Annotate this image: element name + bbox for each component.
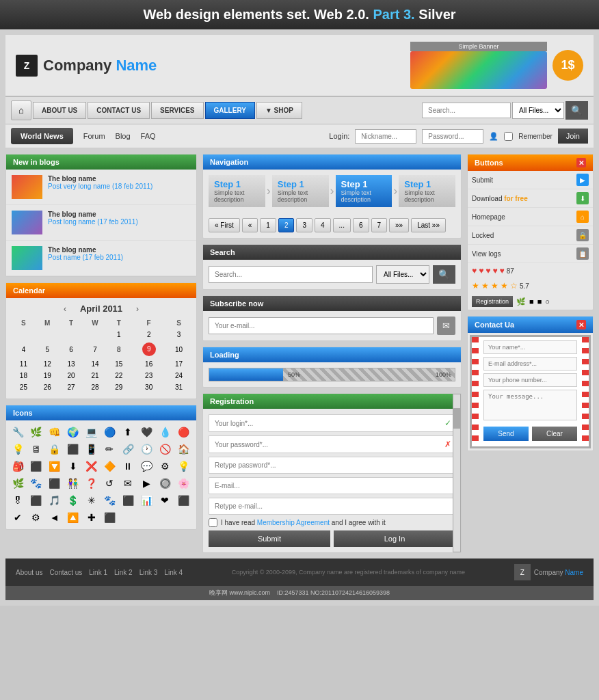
locked-btn-icon[interactable]: 🔒 [576,229,589,241]
search-files-select[interactable]: All Files... [376,265,429,284]
login-field[interactable] [209,416,441,431]
search-go-button[interactable]: 🔍 [433,265,455,284]
icon-plant[interactable]: 🌿 [10,476,25,491]
cal-cell[interactable]: 22 [107,370,131,381]
scrollbar-thumb[interactable] [453,408,460,429]
cal-cell[interactable]: 26 [36,381,59,393]
vertical-scrollbar[interactable] [453,394,461,552]
page-7-button[interactable]: 7 [371,218,388,232]
star-4[interactable]: ★ [501,281,508,291]
star-1[interactable]: ★ [472,281,479,291]
blog-link-1[interactable]: Post very long name (18 feb 2011) [48,183,152,190]
star-2[interactable]: ★ [481,281,489,291]
send-button[interactable]: Send [483,427,529,441]
cal-cell[interactable] [83,329,107,340]
blog-link-3[interactable]: Post name (17 feb 2011) [48,254,123,261]
blog-link-2[interactable]: Post long name (17 feb 2011) [48,218,138,226]
footer-link-4[interactable]: Link 4 [164,569,183,576]
icon-no[interactable]: 🚫 [157,442,172,457]
icon-refresh[interactable]: ↺ [102,476,117,491]
page-first-button[interactable]: « First [209,218,240,232]
forum-link[interactable]: Forum [83,132,105,140]
icon-radio[interactable]: 🔘 [157,476,172,491]
cal-cell[interactable] [36,329,59,340]
icon-phone[interactable]: 📱 [84,442,99,457]
nav-files-select[interactable]: All Files... [512,102,564,119]
contact-email-input[interactable] [483,357,577,371]
page-3-button[interactable]: 3 [296,218,312,232]
icon-laptop[interactable]: 💻 [84,425,99,440]
icon-flower[interactable]: 🌸 [176,476,191,491]
homepage-btn-icon[interactable]: ⌂ [576,211,589,223]
icon-gear[interactable]: ⚙ [157,459,172,474]
cal-cell[interactable]: 27 [59,381,83,393]
cal-cell[interactable]: 12 [36,358,59,370]
world-news-button[interactable]: World News [11,128,73,144]
cal-cell[interactable]: 17 [167,358,191,370]
step-1[interactable]: Step 1 Simple text description [209,175,265,207]
icon-black-sq[interactable]: ⬛ [29,459,44,474]
icon-light[interactable]: 💡 [176,459,191,474]
icon-back[interactable]: ◄ [47,510,62,525]
cal-cell[interactable]: 14 [83,358,107,370]
heart-1[interactable]: ♥ [472,266,477,275]
icon-paw2[interactable]: 🐾 [102,493,117,508]
page-prev-button[interactable]: « [242,218,258,232]
cal-cell[interactable]: 5 [36,340,59,358]
footer-link-2[interactable]: Link 2 [114,569,133,576]
icon-red-dot[interactable]: 🔴 [176,425,191,440]
icon-sq6[interactable]: ⬛ [102,510,117,525]
subscribe-button[interactable]: ✉ [437,317,455,335]
contact-name-input[interactable] [483,340,577,354]
nav-services-button[interactable]: SERVICES [151,102,203,119]
cal-next-arrow[interactable]: › [136,304,139,314]
registration-small-button[interactable]: Registration [472,296,513,307]
icon-pencil[interactable]: ✏ [102,442,117,457]
cal-cell[interactable]: 30 [131,381,167,393]
cal-cell[interactable]: 28 [83,381,107,393]
email-field[interactable] [209,478,455,494]
footer-about-link[interactable]: About us [16,569,42,576]
membership-link[interactable]: Membership Agreement [257,519,330,526]
footer-contact-link[interactable]: Contact us [49,569,82,576]
contact-close-button[interactable]: ✕ [576,320,586,329]
icon-link[interactable]: 🔗 [120,442,135,457]
search-input[interactable] [209,266,373,283]
star-5-half[interactable]: ☆ [510,281,518,291]
icon-diamond[interactable]: 🔶 [102,459,117,474]
cal-cell[interactable]: 18 [12,370,36,381]
cal-cell[interactable]: 23 [131,370,167,381]
cal-cell[interactable]: 29 [107,381,131,393]
cal-cell[interactable]: 13 [59,358,83,370]
agreement-checkbox[interactable] [209,518,217,527]
nav-home-button[interactable]: ⌂ [11,100,31,120]
download-btn-icon[interactable]: ⬇ [576,192,589,204]
icon-sq5[interactable]: ⬛ [176,493,191,508]
page-1-button[interactable]: 1 [260,218,276,232]
icon-plus[interactable]: ✚ [84,510,99,525]
icon-drop[interactable]: 💧 [157,425,172,440]
nav-gallery-button[interactable]: GALLERY [205,102,255,119]
clear-button[interactable]: Clear [532,427,577,441]
heart-2[interactable]: ♥ [479,266,483,275]
icon-down-tri[interactable]: 🔽 [47,459,62,474]
remember-checkbox[interactable] [504,132,513,141]
step-4[interactable]: Step 1 Simple text description [399,175,455,207]
cal-cell[interactable]: 21 [83,370,107,381]
submit-btn-icon[interactable]: ▶ [576,174,589,186]
icon-bulb[interactable]: 💡 [10,442,25,457]
cal-cell[interactable]: 1 [107,329,131,340]
step-2[interactable]: Step 1 Simple text description [272,175,329,207]
nickname-input[interactable] [355,129,416,144]
cal-cell[interactable]: 9 [131,340,167,358]
icon-monitor[interactable]: 🖥 [29,442,44,457]
icon-check[interactable]: ✔ [10,510,25,525]
nav-contact-button[interactable]: CONTACT US [88,102,150,119]
page-4-button[interactable]: 4 [315,218,331,232]
icon-chat[interactable]: 💬 [139,459,154,474]
heart-4[interactable]: ♥ [492,266,497,275]
login-button[interactable]: Log In [334,530,455,547]
cal-cell[interactable]: 20 [59,370,83,381]
icon-download[interactable]: ⬇ [66,459,81,474]
icon-square[interactable]: ⬛ [66,442,81,457]
